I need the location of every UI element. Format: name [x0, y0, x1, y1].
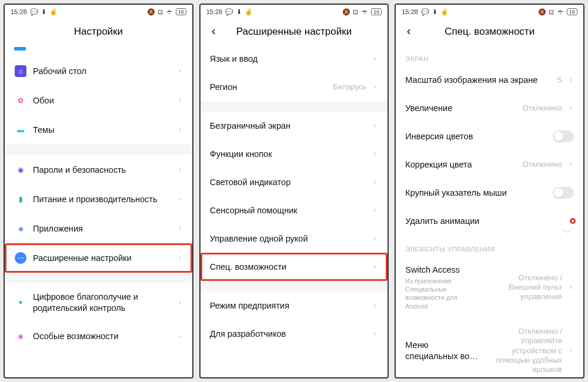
chat-icon: 💬 [421, 8, 429, 16]
chevron-right-icon [177, 255, 183, 261]
chevron-right-icon [372, 264, 378, 270]
item-region[interactable]: Регион Беларусь [201, 73, 388, 101]
chevron-right-icon [568, 162, 574, 167]
item-fullscreen[interactable]: Безграничный экран [201, 112, 388, 140]
section-controls: ЭЛЕМЕНТЫ УПРАВЛЕНИЯ [396, 235, 583, 256]
section-screen: ЭКРАН [396, 45, 583, 66]
phone-screen-advanced: 15:28 💬 ⬇ ✌ 🔕 ⊡ 16 Расширенные настройки… [199, 4, 389, 378]
chevron-right-icon [372, 303, 378, 309]
battery-indicator: 16 [176, 8, 186, 15]
item-touch-assistant[interactable]: Сенсорный помощник [201, 196, 388, 224]
battery-indicator: 16 [567, 8, 577, 15]
battery-icon: ▮ [15, 193, 26, 205]
chevron-right-icon [372, 56, 378, 62]
item-passwords[interactable]: ◉ Пароли и безопасность [5, 155, 192, 185]
item-buttons[interactable]: Функции кнопок [201, 140, 388, 168]
chevron-right-icon [568, 77, 574, 83]
page-title: Расширенные настройки [236, 26, 352, 38]
chevron-right-icon [372, 84, 378, 90]
item-language[interactable]: Язык и ввод [201, 45, 388, 73]
mute-icon: 🔕 [538, 8, 546, 16]
chevron-right-icon [177, 334, 183, 340]
item-desktop[interactable]: ⌂ Рабочий стол [5, 56, 192, 86]
item-special-features[interactable]: ❀ Особые возможности [5, 322, 192, 351]
page-header: Расширенные настройки [201, 19, 388, 45]
flower-icon: ✿ [15, 95, 26, 106]
item-remove-animations[interactable]: Удалить анимации [396, 207, 583, 235]
item-magnification[interactable]: Увеличение Отключено [396, 94, 583, 122]
menu-value: Отключено / Управляйте устройством с пом… [486, 327, 562, 374]
item-apps[interactable]: ◈ Приложения [5, 214, 192, 243]
status-bar: 15:28 💬 ⬇ ✌ 🔕 ⊡ 16 [201, 5, 388, 19]
back-button[interactable] [205, 24, 222, 40]
clipped-item [5, 45, 192, 51]
chevron-right-icon [568, 348, 574, 354]
toggle-large-mouse[interactable] [553, 187, 574, 199]
box-icon: ⊡ [549, 8, 554, 16]
item-accessibility[interactable]: Спец. возможности [201, 253, 388, 281]
download-icon: ⬇ [41, 8, 46, 16]
chevron-right-icon [372, 331, 378, 337]
chevron-right-icon [568, 105, 574, 111]
mute-icon: 🔕 [147, 8, 155, 16]
phone-screen-accessibility: 15:28 💬 ⬇ ✌ 🔕 ⊡ 16 Спец. возможности ЭКР… [395, 4, 584, 378]
chevron-right-icon [372, 236, 378, 242]
item-large-mouse[interactable]: Крупный указатель мыши [396, 179, 583, 207]
mute-icon: 🔕 [342, 8, 350, 16]
house-icon: ⌂ [15, 65, 26, 77]
region-value: Беларусь [333, 82, 366, 92]
chat-icon: 💬 [225, 8, 233, 16]
chevron-right-icon [177, 196, 183, 202]
item-onehand[interactable]: Управление одной рукой [201, 224, 388, 253]
chevron-right-icon [372, 207, 378, 213]
item-switch-access[interactable]: Switch Access Из приложения Специальные … [396, 256, 583, 319]
page-title: Спец. возможности [445, 26, 534, 38]
chevron-right-icon [177, 300, 183, 306]
wifi-icon [556, 7, 564, 16]
colorcorr-value: Отключено [523, 160, 562, 169]
item-themes[interactable]: ▬ Темы [5, 115, 192, 145]
status-bar: 15:28 💬 ⬇ ✌ 🔕 ⊡ 16 [396, 5, 583, 19]
phone-screen-settings: 15:28 💬 ⬇ ✌ 🔕 ⊡ 16 Настройки ⌂ Рабочий с… [4, 4, 193, 378]
scale-value: S [557, 75, 562, 85]
box-icon: ⊡ [158, 8, 163, 16]
chevron-right-icon [177, 68, 183, 74]
item-advanced-settings[interactable]: ⋯ Расширенные настройки [5, 243, 192, 273]
puzzle-icon: ✦ [15, 297, 26, 309]
back-button[interactable] [400, 24, 417, 40]
toggle-inversion[interactable] [553, 130, 574, 142]
download-icon: ⬇ [432, 8, 437, 16]
brush-icon: ▬ [15, 124, 26, 136]
accessibility-icon: ❀ [15, 331, 26, 343]
chevron-right-icon [177, 167, 183, 173]
wifi-icon [165, 7, 173, 16]
item-color-correction[interactable]: Коррекция цвета Отключено [396, 150, 583, 179]
item-display-scale[interactable]: Масштаб изображения на экране S [396, 66, 583, 94]
item-power[interactable]: ▮ Питание и производительность [5, 185, 192, 214]
chevron-right-icon [177, 127, 183, 133]
item-enterprise[interactable]: Режим предприятия [201, 291, 388, 320]
item-led[interactable]: Световой индикатор [201, 168, 388, 196]
hand-icon: ✌ [440, 8, 449, 16]
hand-icon: ✌ [49, 8, 58, 16]
download-icon: ⬇ [236, 8, 242, 16]
status-time: 15:28 [206, 8, 223, 15]
box-icon: ⊡ [353, 8, 358, 16]
status-bar: 15:28 💬 ⬇ ✌ 🔕 ⊡ 16 [5, 5, 192, 19]
chevron-right-icon [177, 98, 183, 103]
item-wallpaper[interactable]: ✿ Обои [5, 86, 192, 115]
item-developer[interactable]: Для разработчиков [201, 320, 388, 348]
wifi-icon [360, 7, 369, 16]
item-color-inversion[interactable]: Инверсия цветов [396, 122, 583, 150]
status-time: 15:28 [402, 8, 418, 15]
item-accessibility-menu[interactable]: Меню специальных во… Отключено / Управля… [396, 319, 583, 377]
chevron-right-icon [372, 123, 378, 129]
magnify-value: Отключено [523, 103, 562, 113]
chat-icon: 💬 [30, 8, 38, 16]
switchaccess-value: Отключено / Внешний пульт управления [486, 273, 562, 302]
chevron-right-icon [372, 151, 378, 157]
chevron-right-icon [568, 284, 574, 290]
hand-icon: ✌ [245, 8, 253, 16]
item-digital-wellbeing[interactable]: ✦ Цифровое благополучие и родительский к… [5, 283, 192, 322]
status-time: 15:28 [11, 8, 27, 15]
